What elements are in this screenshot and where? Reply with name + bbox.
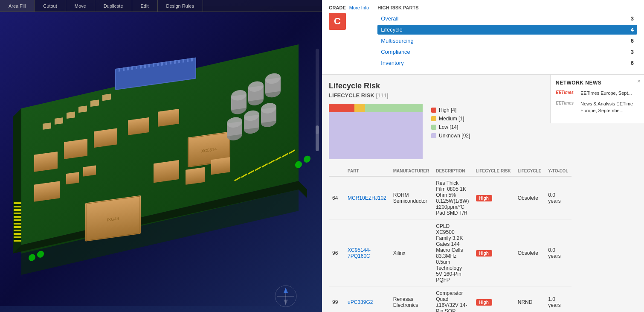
risk-name-inventory: Inventory xyxy=(381,60,625,66)
svg-rect-82 xyxy=(43,122,51,130)
svg-rect-15 xyxy=(14,233,21,235)
col-header-num xyxy=(329,166,344,176)
svg-rect-73 xyxy=(157,63,159,67)
svg-rect-85 xyxy=(78,105,87,113)
risk-item-overall[interactable]: Overall 3 xyxy=(377,14,637,23)
legend-dot-high xyxy=(431,108,436,113)
legend-item-low: Low [14] xyxy=(431,124,470,130)
more-info-link[interactable]: More Info xyxy=(349,5,369,10)
svg-rect-41 xyxy=(154,160,179,183)
svg-rect-34 xyxy=(64,139,87,159)
network-news-panel: NETWORK NEWS × EETimes EETimes Europe, S… xyxy=(550,75,644,123)
svg-rect-99 xyxy=(329,104,354,112)
svg-rect-6 xyxy=(14,202,21,204)
svg-rect-65 xyxy=(123,67,125,71)
svg-rect-42 xyxy=(186,167,205,185)
row2-part-link[interactable]: XC95144-7PQ160C xyxy=(348,247,371,259)
legend-label-medium: Medium [1] xyxy=(439,116,464,122)
svg-rect-33 xyxy=(34,152,58,172)
area-fill-tool[interactable]: Area Fill xyxy=(0,0,35,12)
cutout-tool[interactable]: Cutout xyxy=(35,0,66,12)
high-risk-title: HIGH RISK PARTS xyxy=(377,5,637,10)
legend-dot-unknown xyxy=(431,133,436,138)
col-header-lifecycle: LIFECYCLE xyxy=(514,166,545,176)
lifecycle-risk-label: LIFECYCLE RISK xyxy=(329,92,374,99)
lifecycle-title: Lifecycle Risk xyxy=(329,82,546,90)
panel-wrapper: Lifecycle Risk LIFECYCLE RISK [111] xyxy=(322,75,644,312)
risk-count-lifecycle: 4 xyxy=(625,26,634,33)
legend-dot-medium xyxy=(431,116,436,121)
design-rules-tool[interactable]: Design Rules xyxy=(158,0,203,12)
svg-rect-43 xyxy=(211,157,230,175)
legend-label-low: Low [14] xyxy=(439,124,458,130)
row2-num: 96 xyxy=(329,220,344,287)
grade-section: GRADE More Info C HIGH RISK PARTS Overal… xyxy=(322,0,644,75)
svg-rect-102 xyxy=(329,112,423,159)
svg-rect-36 xyxy=(128,117,149,135)
news-text-1: EETimes Europe, Sept... xyxy=(580,90,632,96)
risk-count-inventory: 6 xyxy=(625,60,634,66)
row1-part-link[interactable]: MCR10EZHJ102 xyxy=(348,195,386,201)
col-header-part: PART xyxy=(344,166,390,176)
parts-table: PART MANUFACTURER DESCRIPTION LIFECYCLE … xyxy=(329,166,571,312)
svg-rect-17 xyxy=(14,240,21,242)
risk-name-compliance: Compliance xyxy=(381,49,625,55)
table-row: 64 MCR10EZHJ102 ROHM Semiconductor Res T… xyxy=(329,176,571,220)
svg-rect-39 xyxy=(66,172,79,184)
svg-rect-86 xyxy=(90,99,99,107)
row1-manufacturer: ROHM Semiconductor xyxy=(390,176,432,220)
treemap-container xyxy=(329,104,423,159)
risk-item-multisourcing[interactable]: Multisourcing 6 xyxy=(377,36,637,46)
svg-rect-78 xyxy=(178,60,180,64)
lifecycle-risk-header: LIFECYCLE RISK [111] xyxy=(329,92,546,99)
legend-dot-low xyxy=(431,125,436,130)
edit-tool[interactable]: Edit xyxy=(132,0,158,12)
svg-rect-87 xyxy=(102,93,111,101)
row1-risk-badge: High xyxy=(476,195,492,201)
row3-ytoeol: 1.0 years xyxy=(545,287,571,312)
risk-item-inventory[interactable]: Inventory 6 xyxy=(377,58,637,68)
legend-item-medium: Medium [1] xyxy=(431,116,470,122)
svg-rect-64 xyxy=(119,68,120,72)
svg-rect-76 xyxy=(170,61,171,65)
svg-rect-68 xyxy=(136,66,137,70)
svg-rect-37 xyxy=(158,109,179,127)
row3-part-link[interactable]: uPC339G2 xyxy=(348,299,373,305)
row3-num: 99 xyxy=(329,287,344,312)
svg-rect-40 xyxy=(83,165,96,176)
risk-item-compliance[interactable]: Compliance 3 xyxy=(377,47,637,57)
news-item-1: EETimes EETimes Europe, Sept... xyxy=(556,90,639,96)
close-button[interactable]: × xyxy=(637,78,641,84)
row2-manufacturer: Xilinx xyxy=(390,220,432,287)
svg-rect-77 xyxy=(174,60,176,64)
svg-rect-69 xyxy=(140,65,142,69)
svg-marker-4 xyxy=(13,108,21,254)
row3-risk-badge: High xyxy=(476,299,492,306)
duplicate-tool[interactable]: Duplicate xyxy=(95,0,132,12)
svg-rect-12 xyxy=(14,223,21,225)
move-tool[interactable]: Move xyxy=(66,0,95,12)
row3-description: Comparator Quad ±16V/32V 14-Pin SOP xyxy=(432,287,472,312)
row1-lifecycle: Obsolete xyxy=(514,176,545,220)
row1-ytoeol: 0.0 years xyxy=(545,176,571,220)
svg-rect-10 xyxy=(14,216,21,218)
chart-section: High [4] Medium [1] Low [14] Unknow xyxy=(329,104,546,159)
legend-label-unknown: Unknown [92] xyxy=(439,133,470,139)
risk-name-multisourcing: Multisourcing xyxy=(381,38,625,44)
svg-rect-71 xyxy=(148,64,150,68)
grade-box: GRADE More Info C xyxy=(329,5,369,30)
svg-rect-35 xyxy=(94,128,117,148)
svg-rect-79 xyxy=(183,59,184,63)
news-item-2: EETimes News & Analysis EETime Europe, S… xyxy=(556,101,639,114)
legend-item-unknown: Unknown [92] xyxy=(431,133,470,139)
row2-description: CPLD XC9500 Family 3.2K Gates 144 Macro … xyxy=(432,220,472,287)
risk-count-overall: 3 xyxy=(625,15,634,22)
news-text-2: News & Analysis EETime Europe, Septembe.… xyxy=(580,101,639,114)
risk-name-overall: Overall xyxy=(381,15,625,22)
risk-item-lifecycle[interactable]: Lifecycle 4 xyxy=(377,25,637,35)
svg-rect-16 xyxy=(14,236,21,238)
legend-item-high: High [4] xyxy=(431,107,470,113)
pcb-toolbar: Area Fill Cutout Move Duplicate Edit Des… xyxy=(0,0,322,12)
row2-lifecycle: Obsolete xyxy=(514,220,545,287)
svg-rect-14 xyxy=(14,230,21,231)
